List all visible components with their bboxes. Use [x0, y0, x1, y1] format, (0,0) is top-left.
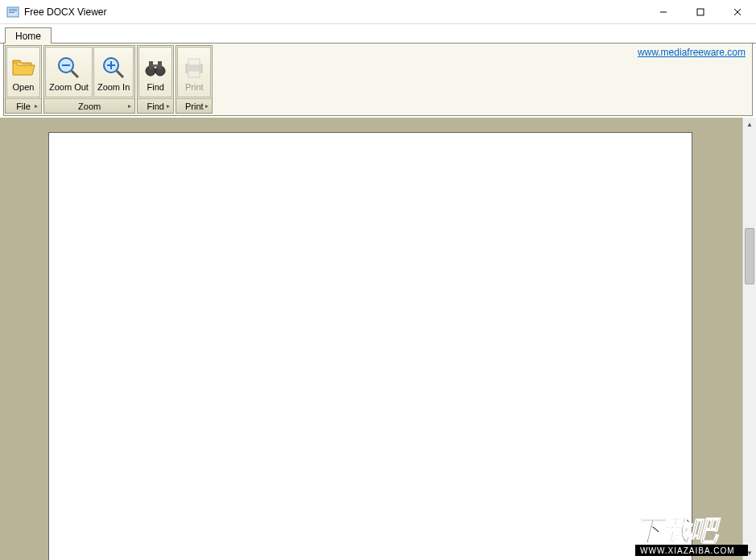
svg-rect-2	[9, 10, 17, 11]
svg-point-23	[199, 66, 200, 68]
folder-open-icon	[10, 55, 36, 81]
vertical-scrollbar[interactable]: ▲ ▼	[742, 118, 756, 560]
zoom-in-button[interactable]: Zoom In	[93, 47, 134, 97]
document-viewport[interactable]	[0, 118, 742, 560]
group-file-label: File	[16, 102, 31, 111]
svg-rect-3	[9, 12, 14, 13]
minimize-button[interactable]	[645, 0, 682, 23]
open-button[interactable]: Open	[6, 47, 40, 97]
window-title: Free DOCX Viewer	[24, 6, 645, 18]
close-button[interactable]	[719, 0, 756, 23]
zoom-out-button[interactable]: Zoom Out	[45, 47, 93, 97]
window-controls	[645, 0, 756, 23]
document-page	[48, 132, 692, 560]
ribbon: www.mediafreeware.com Open File ▸ Zoom O…	[3, 44, 753, 116]
find-label: Find	[147, 82, 164, 92]
svg-rect-22	[188, 71, 200, 77]
svg-rect-21	[188, 59, 200, 65]
website-link[interactable]: www.mediafreeware.com	[638, 47, 746, 58]
chevron-right-icon: ▸	[35, 102, 38, 110]
svg-rect-17	[149, 61, 153, 69]
group-print-label: Print	[185, 102, 204, 111]
zoom-out-label: Zoom Out	[49, 82, 89, 92]
scroll-track[interactable]	[743, 131, 756, 546]
chevron-right-icon: ▸	[128, 102, 131, 110]
tab-strip: Home	[0, 24, 756, 44]
print-button[interactable]: Print	[177, 47, 211, 97]
chevron-right-icon: ▸	[167, 102, 170, 110]
svg-rect-1	[9, 9, 17, 10]
group-find-label: Find	[147, 102, 164, 111]
scroll-up-button[interactable]: ▲	[743, 118, 756, 131]
maximize-button[interactable]	[682, 0, 719, 23]
scroll-down-button[interactable]: ▼	[743, 546, 756, 560]
svg-line-12	[117, 71, 123, 77]
svg-rect-18	[158, 61, 162, 69]
zoom-in-label: Zoom In	[97, 82, 130, 92]
app-icon	[6, 6, 19, 19]
group-find-footer[interactable]: Find ▸	[138, 98, 173, 113]
group-zoom-label: Zoom	[78, 102, 101, 111]
find-button[interactable]: Find	[138, 47, 172, 97]
titlebar: Free DOCX Viewer	[0, 0, 756, 24]
print-label: Print	[185, 82, 204, 92]
printer-icon	[181, 55, 207, 81]
ribbon-group-print: Print Print ▸	[176, 45, 213, 114]
svg-rect-5	[697, 9, 704, 15]
ribbon-group-find: Find Find ▸	[137, 45, 174, 114]
group-zoom-footer[interactable]: Zoom ▸	[44, 98, 134, 113]
scroll-thumb[interactable]	[745, 228, 754, 284]
open-label: Open	[13, 82, 35, 92]
group-print-footer[interactable]: Print ▸	[176, 98, 212, 113]
ribbon-group-file: Open File ▸	[5, 45, 42, 114]
zoom-in-icon	[101, 55, 126, 81]
group-file-footer[interactable]: File ▸	[6, 98, 41, 113]
chevron-right-icon: ▸	[205, 102, 209, 110]
svg-rect-19	[153, 64, 158, 67]
binoculars-icon	[143, 55, 168, 81]
svg-line-9	[72, 71, 78, 77]
document-area: ▲ ▼	[0, 118, 756, 560]
ribbon-group-zoom: Zoom Out Zoom In Zoom ▸	[43, 45, 135, 114]
tab-home[interactable]: Home	[5, 27, 52, 45]
zoom-out-icon	[56, 55, 81, 81]
